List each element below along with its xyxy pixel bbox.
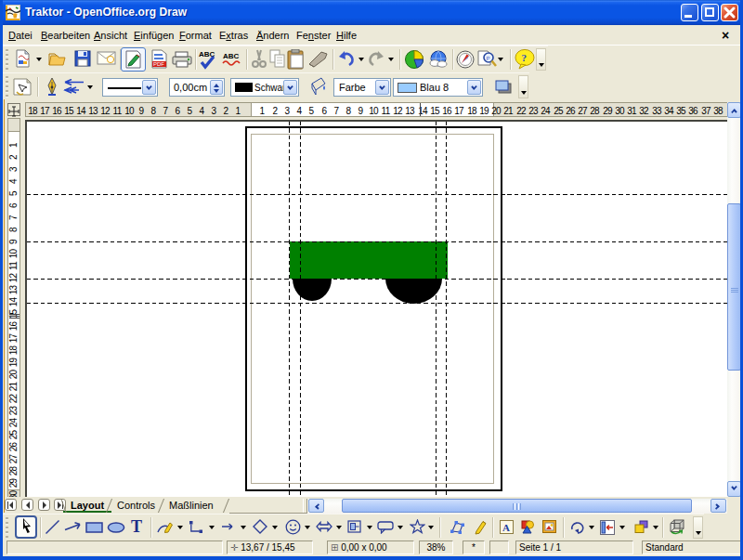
- svg-text:ABC: ABC: [223, 52, 240, 60]
- svg-text:PDF: PDF: [153, 61, 164, 67]
- svg-text:?: ?: [522, 52, 528, 63]
- svg-text:A: A: [502, 522, 510, 533]
- svg-text:P: P: [487, 56, 490, 61]
